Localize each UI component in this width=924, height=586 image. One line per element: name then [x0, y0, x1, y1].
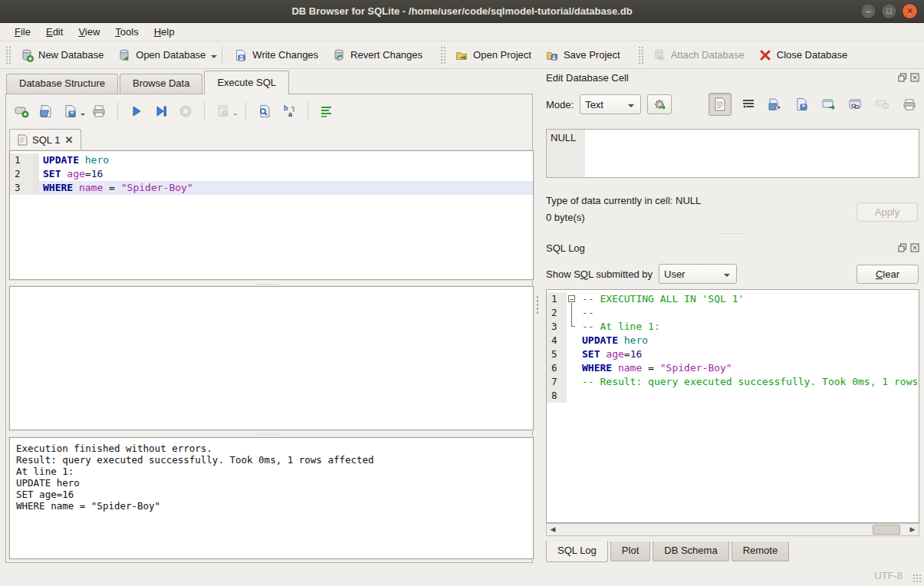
revert-changes-button[interactable]: Revert Changes [325, 45, 429, 65]
cell-word-wrap-button[interactable] [738, 94, 758, 114]
menu-file[interactable]: File [8, 25, 38, 39]
dock-tab-db-schema[interactable]: DB Schema [653, 542, 728, 561]
open-sql-file-icon [38, 104, 54, 119]
scrollbar-thumb[interactable] [873, 525, 900, 535]
cell-value: NULL [551, 132, 576, 143]
new-database-button[interactable]: New Database [13, 45, 110, 65]
export-cell-data-button[interactable] [792, 94, 812, 114]
execution-message-log[interactable]: Execution finished without errors. Resul… [9, 437, 534, 559]
save-results-icon [215, 104, 231, 119]
dock-tab-plot[interactable]: Plot [610, 542, 650, 561]
open-database-dropdown-icon[interactable] [211, 55, 217, 61]
copy-cell-link-button[interactable] [846, 94, 866, 114]
print-sql-button[interactable] [88, 101, 110, 121]
close-dock-icon[interactable] [910, 73, 919, 82]
menu-tools[interactable]: Tools [108, 25, 145, 39]
code-line: 3WHERE name = "Spider-Boy" [10, 181, 533, 195]
new-sql-tab-button[interactable] [11, 101, 32, 121]
find-replace-button[interactable]: b a [278, 101, 300, 121]
apply-button: Apply [857, 202, 918, 222]
submitted-by-select[interactable]: User [659, 264, 737, 284]
find-button[interactable] [254, 101, 275, 121]
text-mode-icon [714, 97, 726, 111]
print-cell-button[interactable] [899, 94, 919, 114]
dock-tab-remote[interactable]: Remote [732, 542, 790, 561]
execute-current-line-button[interactable] [150, 101, 172, 121]
word-wrap-icon [319, 104, 334, 119]
menu-view[interactable]: View [71, 25, 107, 39]
code-line: 5SET age=16 [547, 347, 919, 361]
write-changes-button[interactable]: Write Changes [227, 45, 325, 65]
save-sql-dropdown-icon[interactable] [81, 114, 85, 118]
find-replace-icon: b a [281, 104, 297, 119]
save-project-button[interactable]: Save Project [538, 45, 627, 65]
close-dock-icon[interactable] [910, 243, 919, 252]
menu-edit[interactable]: Edit [39, 25, 70, 39]
write-changes-icon [234, 48, 248, 62]
toolbar-drag-handle[interactable] [440, 46, 446, 64]
word-wrap-toggle-button[interactable] [316, 101, 337, 121]
open-project-button[interactable]: Open Project [448, 45, 538, 65]
encoding-label: UTF-8 [874, 570, 903, 581]
open-database-icon [117, 48, 131, 62]
gear-icon [653, 98, 666, 111]
text-mode-button[interactable] [709, 93, 732, 116]
svg-text:a: a [288, 110, 293, 118]
new-database-icon [20, 48, 34, 62]
resize-grip-icon[interactable] [912, 574, 922, 584]
sql1-tab-close-icon[interactable]: ✕ [64, 134, 73, 146]
stop-icon [178, 104, 193, 119]
chevron-down-icon [724, 274, 730, 280]
code-line: 7-- Result: query executed successfully.… [547, 375, 919, 389]
maximize-icon[interactable]: □ [881, 3, 897, 19]
right-panel: Edit Database Cell Mode: Text [541, 69, 924, 564]
results-pane[interactable] [9, 286, 534, 430]
open-sql-file-button[interactable] [35, 101, 57, 121]
open-database-button[interactable]: Open Database [110, 45, 212, 65]
clear-log-button[interactable]: Clear [857, 265, 919, 284]
splitter-handle[interactable]: ······ [541, 230, 924, 236]
float-dock-icon[interactable] [898, 243, 907, 252]
sql-log-view[interactable]: 1−-- EXECUTING ALL IN 'SQL 1'2--3-- At l… [546, 289, 919, 523]
cell-value-editor[interactable]: NULL [546, 129, 919, 178]
export-data-icon [795, 97, 809, 111]
sql-log-hscrollbar[interactable]: ◀ ▶ [546, 523, 919, 536]
dock-tab-sql-log[interactable]: SQL Log [546, 541, 608, 562]
import-cell-data-button[interactable] [765, 94, 785, 114]
cell-mode-row: Mode: Text [546, 94, 919, 115]
execute-all-button[interactable] [126, 101, 147, 121]
open-external-icon [822, 98, 836, 110]
save-sql-file-button[interactable] [60, 101, 81, 121]
stop-button [175, 101, 196, 121]
set-null-icon [876, 99, 889, 110]
tab-database-structure[interactable]: Database Structure [6, 74, 118, 94]
sql-log-title: SQL Log [546, 242, 898, 254]
toolbar-drag-handle[interactable] [638, 46, 643, 64]
chevron-down-icon [628, 104, 634, 110]
main-tab-bar: Database Structure Browse Data Execute S… [6, 71, 291, 94]
tab-execute-sql[interactable]: Execute SQL [204, 71, 289, 94]
cell-value-gutter: NULL [547, 130, 585, 177]
minimize-icon[interactable]: – [860, 3, 876, 19]
mode-select[interactable]: Text [580, 94, 641, 114]
sql-editor[interactable]: 1UPDATE hero2SET age=163WHERE name = "Sp… [9, 150, 534, 280]
close-database-button[interactable]: Close Database [751, 45, 855, 65]
scroll-right-icon[interactable]: ▶ [906, 524, 919, 535]
code-line: 1UPDATE hero [10, 153, 533, 167]
panel-splitter[interactable] [534, 69, 541, 564]
tab-browse-data[interactable]: Browse Data [120, 74, 202, 94]
close-database-icon [758, 48, 772, 62]
close-icon[interactable]: ✕ [902, 3, 918, 19]
scroll-left-icon[interactable]: ◀ [547, 524, 559, 535]
splitter-handle[interactable]: ······ [6, 431, 532, 437]
code-line: 4UPDATE hero [547, 334, 919, 347]
auto-apply-button[interactable] [647, 94, 672, 114]
sql1-tab[interactable]: SQL 1 ✕ [9, 129, 81, 150]
execute-current-line-icon [153, 104, 169, 119]
menu-help[interactable]: Help [147, 25, 182, 39]
code-line: 8 [547, 389, 919, 403]
toolbar-drag-handle[interactable] [5, 46, 11, 64]
float-dock-icon[interactable] [898, 73, 907, 82]
status-bar: UTF-8 [0, 564, 924, 586]
open-in-external-button[interactable] [819, 94, 839, 114]
